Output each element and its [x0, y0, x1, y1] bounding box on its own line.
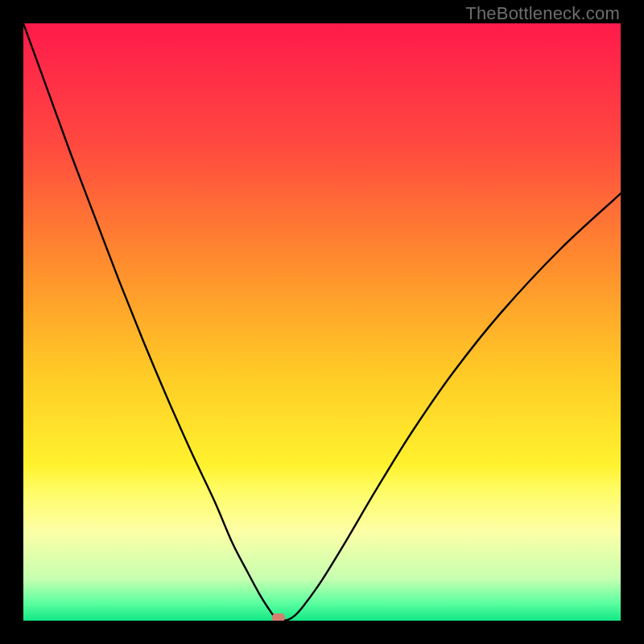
chart-frame: TheBottleneck.com [0, 0, 644, 644]
watermark-text: TheBottleneck.com [465, 3, 620, 24]
optimal-marker [272, 613, 285, 621]
chart-canvas [23, 23, 621, 621]
gradient-background [23, 23, 621, 621]
plot-area [23, 23, 621, 621]
